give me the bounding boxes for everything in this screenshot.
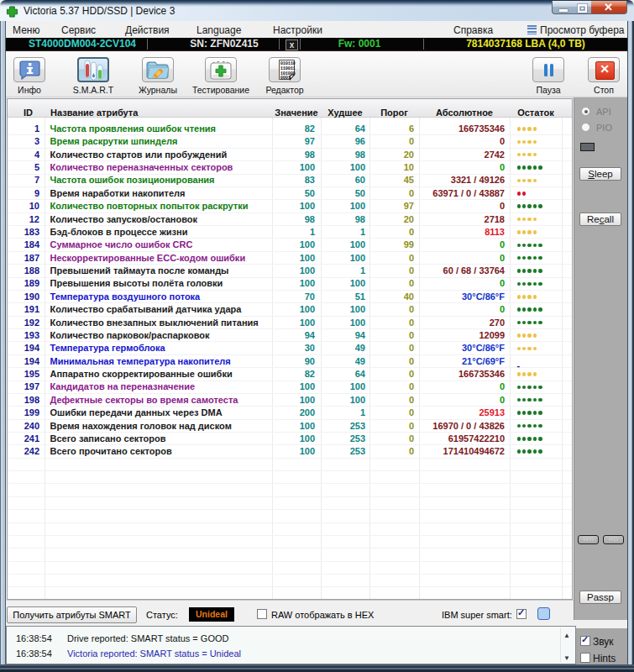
- svg-text:0001: 0001: [280, 76, 291, 81]
